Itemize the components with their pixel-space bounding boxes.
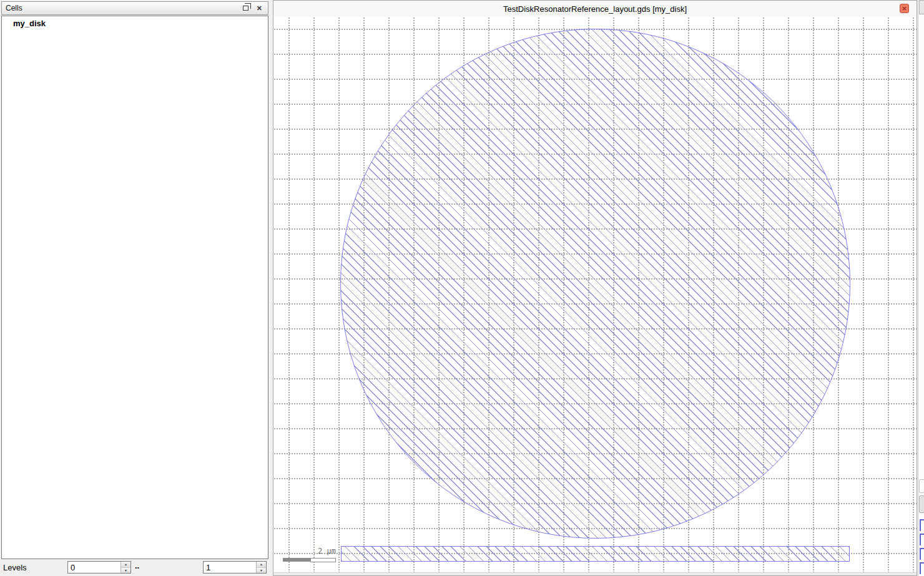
cell-list-item-my-disk[interactable]: my_disk — [2, 18, 268, 29]
layout-canvas[interactable]: 2 μm — [273, 17, 917, 575]
spin-up-icon[interactable]: ▴ — [121, 562, 130, 567]
scale-bar-outline-segment — [310, 558, 336, 562]
scale-bar-filled-segment — [283, 558, 310, 562]
cells-panel-buttons: ✕ — [243, 4, 268, 12]
levels-from-input[interactable] — [68, 562, 120, 573]
cells-panel: Cells ✕ my_disk Levels ▴ ▾ .. ▴ — [0, 0, 270, 576]
right-cropped-strip — [918, 0, 924, 576]
close-panel-icon[interactable]: ✕ — [257, 4, 262, 12]
waveguide-shape[interactable] — [341, 546, 850, 562]
spin-up-icon[interactable]: ▴ — [257, 562, 266, 567]
layout-view-titlebar[interactable]: TestDiskResonatorReference_layout.gds [m… — [273, 1, 917, 17]
scrollbar-button[interactable] — [919, 495, 924, 513]
layer-swatch[interactable] — [920, 562, 924, 574]
close-view-button[interactable]: ✕ — [900, 4, 909, 13]
levels-to-spinbox: ▴ ▾ — [203, 561, 267, 574]
cells-panel-titlebar[interactable]: Cells ✕ — [1, 1, 268, 15]
levels-from-spinbox: ▴ ▾ — [67, 561, 131, 574]
scrollbar-thumb[interactable] — [919, 479, 924, 493]
application-window: Cells ✕ my_disk Levels ▴ ▾ .. ▴ — [0, 0, 924, 576]
layer-swatch[interactable] — [920, 534, 924, 545]
layout-view-title: TestDiskResonatorReference_layout.gds [m… — [503, 4, 687, 14]
cells-panel-title: Cells — [2, 4, 243, 12]
layout-view-window: TestDiskResonatorReference_layout.gds [m… — [273, 0, 917, 576]
canvas-bottom-edge — [273, 572, 917, 575]
levels-range-separator: .. — [135, 561, 139, 570]
levels-bar: Levels ▴ ▾ .. ▴ ▾ — [0, 560, 270, 576]
float-panel-icon[interactable] — [243, 6, 248, 11]
layer-swatch[interactable] — [920, 519, 924, 531]
levels-from-spin-buttons: ▴ ▾ — [120, 562, 130, 573]
levels-label: Levels — [3, 563, 27, 572]
layer-swatch[interactable] — [920, 548, 924, 560]
levels-to-input[interactable] — [204, 562, 256, 573]
scrollbar-button[interactable] — [919, 0, 924, 14]
spin-down-icon[interactable]: ▾ — [257, 567, 266, 574]
disk-resonator-shape[interactable] — [340, 29, 850, 539]
scale-bar-label: 2 μm — [283, 547, 336, 556]
spin-down-icon[interactable]: ▾ — [121, 567, 130, 574]
levels-to-spin-buttons: ▴ ▾ — [256, 562, 266, 573]
cell-list[interactable]: my_disk — [1, 16, 268, 559]
